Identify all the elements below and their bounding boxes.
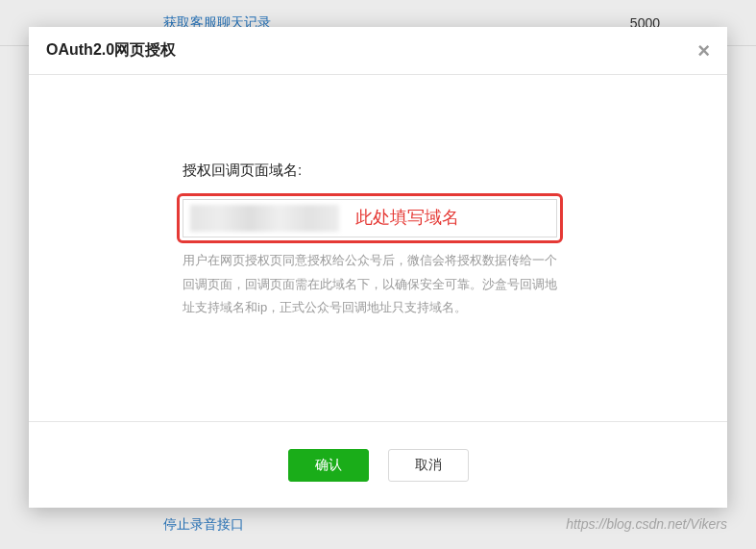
cancel-button[interactable]: 取消	[388, 449, 469, 482]
modal-footer: 确认 取消	[29, 421, 727, 508]
confirm-button[interactable]: 确认	[288, 449, 369, 482]
close-icon[interactable]: ×	[697, 40, 710, 62]
field-label: 授权回调页面域名:	[183, 162, 583, 180]
oauth-modal: OAuth2.0网页授权 × 授权回调页面域名: 此处填写域名 用户在网页授权页…	[29, 27, 727, 508]
modal-header: OAuth2.0网页授权 ×	[29, 27, 727, 75]
input-wrapper: 此处填写域名	[183, 199, 583, 237]
modal-body: 授权回调页面域名: 此处填写域名 用户在网页授权页同意授权给公众号后，微信会将授…	[29, 75, 727, 421]
domain-input[interactable]	[183, 199, 557, 237]
help-text: 用户在网页授权页同意授权给公众号后，微信会将授权数据传给一个回调页面，回调页面需…	[183, 249, 567, 320]
modal-title: OAuth2.0网页授权	[46, 40, 176, 61]
